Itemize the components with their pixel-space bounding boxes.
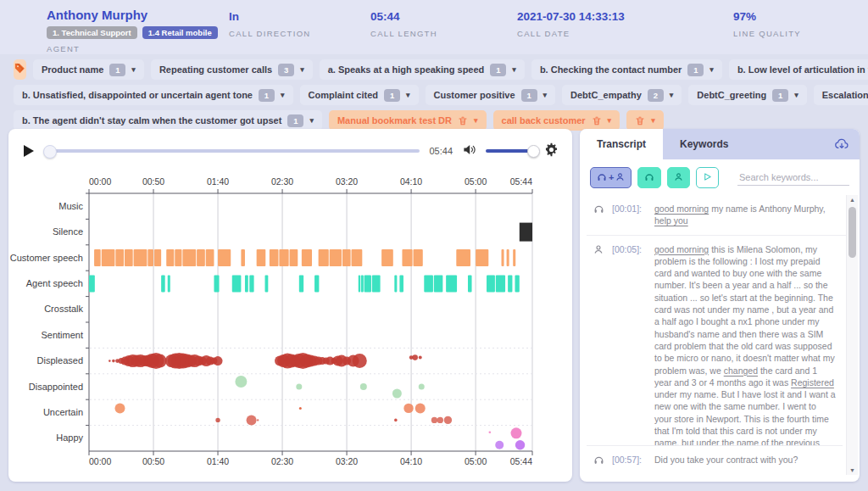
customer-speech-segment[interactable] (115, 249, 124, 266)
sentiment-bubble[interactable] (214, 356, 223, 365)
filter-chip[interactable]: b. Checking the contact number1▾ (531, 59, 722, 80)
filter-chip[interactable]: Customer positive1▾ (426, 85, 556, 105)
customer-speech-segment[interactable] (381, 249, 393, 266)
agent-speech-segment[interactable] (161, 275, 165, 292)
agent-group-badge[interactable]: 1. Technical Support (47, 26, 137, 39)
agent-speech-segment[interactable] (249, 275, 253, 292)
customer-speech-segment[interactable] (330, 249, 342, 266)
customer-speech-segment[interactable] (218, 249, 231, 266)
customer-speech-segment[interactable] (154, 249, 161, 266)
agent-speech-segment[interactable] (232, 275, 242, 292)
chevron-down-icon[interactable]: ▾ (608, 116, 612, 125)
sentiment-bubble[interactable] (489, 432, 492, 434)
sentiment-bubble[interactable] (515, 440, 525, 449)
sentiment-bubble[interactable] (108, 360, 111, 362)
bookmark-chip[interactable]: ▾ (626, 110, 664, 131)
keyword-highlight[interactable]: Registered (791, 377, 834, 388)
transcript-entry[interactable]: [00:01]:good morning my name is Anthony … (587, 195, 856, 235)
customer-speech-segment[interactable] (414, 249, 423, 266)
keyword-highlight[interactable]: changed (724, 365, 758, 376)
keyword-highlight[interactable]: good morning (654, 204, 709, 214)
customer-speech-segment[interactable] (102, 249, 115, 266)
customer-speech-segment[interactable] (206, 249, 214, 266)
keyword-highlight[interactable]: help you (654, 215, 688, 226)
customer-speech-segment[interactable] (513, 249, 515, 266)
sentiment-bubble[interactable] (431, 417, 437, 423)
customer-speech-segment[interactable] (94, 249, 101, 266)
sentiment-bubble[interactable] (495, 441, 504, 449)
agent-speech-segment[interactable] (399, 275, 403, 292)
chevron-down-icon[interactable]: ▾ (309, 116, 314, 125)
sentiment-bubble[interactable] (296, 384, 302, 390)
customer-speech-segment[interactable] (182, 249, 196, 266)
agent-speech-segment[interactable] (446, 275, 457, 292)
sentiment-bubble[interactable] (437, 417, 443, 423)
sentiment-bubble[interactable] (247, 415, 257, 425)
sentiment-bubble[interactable] (419, 356, 422, 360)
play-button[interactable] (22, 144, 36, 158)
sentiment-bubble[interactable] (412, 354, 418, 360)
transcript-entry[interactable]: [00:05]:good morning this is Milena Solo… (587, 235, 856, 475)
sentiment-bubble[interactable] (360, 383, 367, 390)
transcript-timestamp[interactable]: [00:05]: (612, 243, 648, 475)
agent-speech-segment[interactable] (168, 275, 170, 292)
filter-chip[interactable]: Complaint cited1▾ (300, 85, 419, 105)
sentiment-bubble[interactable] (112, 360, 115, 363)
sentiment-bubble[interactable] (353, 354, 367, 368)
agent-team-badge[interactable]: 1.4 Retail mobile (142, 26, 218, 39)
filter-customer-button[interactable] (667, 167, 690, 188)
chevron-down-icon[interactable]: ▾ (651, 116, 655, 125)
chevron-down-icon[interactable]: ▾ (670, 91, 674, 99)
agent-speech-segment[interactable] (314, 275, 319, 292)
customer-speech-segment[interactable] (270, 249, 279, 266)
filter-chip[interactable]: a. Speaks at a high speaking speed1▾ (320, 59, 525, 80)
filter-chip[interactable]: Product name1▾ (33, 59, 144, 80)
tab-transcript[interactable]: Transcript (580, 129, 663, 159)
agent-speech-segment[interactable] (372, 275, 381, 292)
sentiment-bubble[interactable] (235, 376, 247, 388)
sentiment-bubble[interactable] (153, 354, 167, 368)
trash-icon[interactable] (635, 115, 645, 126)
customer-speech-segment[interactable] (175, 249, 181, 266)
seek-knob[interactable] (43, 145, 57, 159)
sentiment-bubble[interactable] (299, 407, 302, 410)
tags-button[interactable] (14, 59, 26, 80)
trash-icon[interactable] (592, 115, 602, 126)
filter-agent-button[interactable] (637, 167, 661, 188)
silence-block[interactable] (520, 223, 532, 242)
customer-speech-segment[interactable] (147, 249, 153, 266)
agent-speech-segment[interactable] (515, 275, 519, 292)
gear-icon[interactable] (544, 142, 559, 160)
transcript-timestamp[interactable]: [00:57]: (612, 454, 648, 467)
tab-keywords[interactable]: Keywords (663, 129, 745, 159)
keyword-highlight[interactable]: good morning (654, 244, 709, 254)
chevron-down-icon[interactable]: ▾ (300, 65, 304, 74)
chevron-down-icon[interactable]: ▾ (709, 65, 714, 74)
scrollbar-thumb[interactable] (849, 207, 856, 258)
download-button[interactable] (834, 137, 849, 151)
chevron-down-icon[interactable]: ▾ (474, 116, 478, 125)
filter-chip[interactable]: DebtC_empathy2▾ (562, 85, 682, 105)
customer-speech-segment[interactable] (456, 249, 470, 266)
volume-knob[interactable] (527, 145, 540, 158)
customer-speech-segment[interactable] (197, 249, 205, 266)
agent-speech-segment[interactable] (434, 275, 442, 292)
agent-speech-segment[interactable] (364, 275, 371, 292)
play-results-button[interactable] (696, 167, 719, 188)
sentiment-bubble[interactable] (392, 389, 402, 399)
search-keywords-input[interactable] (737, 170, 849, 186)
filter-chip[interactable]: Repeating customer calls3▾ (151, 59, 313, 80)
agent-speech-segment[interactable] (424, 275, 433, 292)
chevron-down-icon[interactable]: ▾ (131, 65, 136, 74)
sentiment-bubble[interactable] (415, 403, 426, 413)
sentiment-bubble[interactable] (215, 418, 220, 422)
customer-speech-segment[interactable] (125, 249, 133, 266)
agent-speech-segment[interactable] (89, 275, 95, 292)
agent-speech-segment[interactable] (214, 275, 219, 292)
scroll-down-icon[interactable]: ▼ (847, 467, 858, 473)
bookmark-chip[interactable]: Manual bookmark test DR▾ (329, 110, 487, 131)
filter-chip[interactable]: b. Low level of articulation in the firs… (729, 59, 868, 80)
filter-chip[interactable]: b. Unsatisfied, disappointed or uncertai… (14, 85, 293, 105)
customer-speech-segment[interactable] (342, 249, 351, 266)
customer-speech-segment[interactable] (402, 249, 412, 266)
